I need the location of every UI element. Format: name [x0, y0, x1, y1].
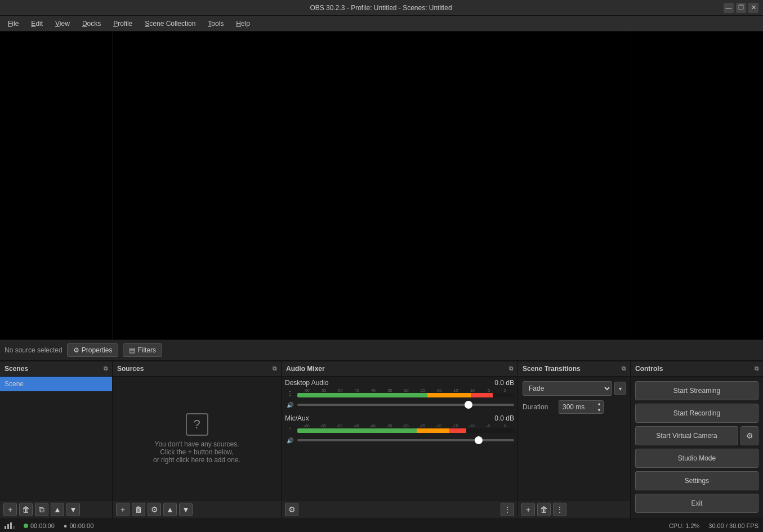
status-bar: 00:00:00 ● 00:00:00 CPU: 1.2% 30.00 / 30… [0, 518, 763, 532]
menu-help[interactable]: Help [230, 17, 256, 30]
scenes-panel-header: Scenes ⧉ [0, 361, 112, 377]
menu-profile[interactable]: Profile [108, 17, 138, 30]
main-area [0, 32, 763, 339]
transition-select[interactable]: Fade [523, 381, 612, 396]
rec-dot: ● [64, 522, 68, 529]
restore-button[interactable]: ❐ [736, 3, 746, 13]
close-button[interactable]: ✕ [748, 3, 758, 13]
menu-view[interactable]: View [50, 17, 75, 30]
start-virtual-camera-button[interactable]: Start Virtual Camera [635, 426, 738, 445]
desktop-audio-menu-icon[interactable]: ⋮ [285, 388, 295, 398]
question-icon: ? [186, 413, 208, 436]
menu-edit[interactable]: Edit [25, 17, 48, 30]
audio-settings-icon[interactable]: ⚙ [285, 503, 298, 516]
transitions-content: Fade ▾ Duration ▲ ▼ [518, 377, 630, 418]
scene-down-button[interactable]: ▼ [66, 503, 80, 516]
sources-panel: Sources ⧉ ? You don't have any sources. … [113, 361, 282, 518]
mic-audio-meter [297, 428, 514, 433]
mic-volume-slider[interactable] [297, 439, 514, 441]
duration-spin-up[interactable]: ▲ [595, 401, 603, 407]
mic-meter-red [449, 428, 467, 433]
desktop-meter-yellow [427, 393, 471, 397]
duration-label: Duration [523, 403, 556, 411]
scenes-panel-title: Scenes [5, 365, 28, 373]
filters-button[interactable]: ▤ Filters [123, 343, 162, 357]
sources-empty-content: ? You don't have any sources. Click the … [113, 377, 281, 500]
desktop-audio-tick-labels: -60 -55 -50 -45 -40 -35 -30 -25 -20 -15 … [297, 388, 514, 392]
scenes-list-empty [0, 391, 112, 500]
start-recording-button[interactable]: Start Recording [635, 404, 758, 423]
sources-panel-header: Sources ⧉ [113, 361, 281, 377]
audio-channel-mic: Mic/Aux 0.0 dB ⋮ -60 -55 -50 -45 -40 -35 [285, 414, 514, 445]
scene-item[interactable]: Scene [0, 377, 112, 391]
source-add-button[interactable]: + [116, 503, 130, 516]
desktop-mute-icon[interactable]: 🔊 [285, 400, 295, 410]
sources-panel-title: Sources [117, 365, 144, 373]
scene-add-button[interactable]: + [3, 503, 17, 516]
transitions-panel-header: Scene Transitions ⧉ [518, 361, 630, 377]
mic-meter-bar [297, 428, 514, 433]
gear-icon: ⚙ [73, 346, 79, 354]
transition-dropdown-arrow[interactable]: ▾ [614, 382, 626, 395]
transitions-dock-icon[interactable]: ⧉ [622, 365, 626, 372]
desktop-audio-db: 0.0 dB [494, 379, 514, 387]
duration-spin-down[interactable]: ▼ [595, 407, 603, 413]
stream-time-status: 00:00:00 [24, 522, 55, 529]
virtual-camera-gear-button[interactable]: ⚙ [740, 426, 758, 445]
source-remove-button[interactable]: 🗑 [132, 503, 145, 516]
sources-panel-footer: + 🗑 ⚙ ▲ ▼ [113, 500, 281, 518]
filter-icon: ▤ [129, 346, 135, 354]
desktop-audio-controls: ⋮ -60 -55 -50 -45 -40 -35 -30 -25 -20 [285, 388, 514, 398]
source-up-button[interactable]: ▲ [163, 503, 177, 516]
controls-panel: Controls ⧉ Start Streaming Start Recordi… [631, 361, 763, 518]
mic-mute-icon[interactable]: 🔊 [285, 435, 295, 445]
transition-remove-button[interactable]: 🗑 [537, 503, 551, 516]
audio-channel-desktop-header: Desktop Audio 0.0 dB [285, 379, 514, 387]
studio-mode-button[interactable]: Studio Mode [635, 449, 758, 468]
stream-time-label: 00:00:00 [30, 522, 55, 529]
scenes-dock-icon[interactable]: ⧉ [104, 365, 108, 372]
sources-dock-icon[interactable]: ⧉ [273, 365, 276, 372]
transition-select-row: Fade ▾ [523, 381, 626, 396]
fps-status: 30.00 / 30.00 FPS [708, 522, 758, 529]
menu-file[interactable]: File [2, 17, 24, 30]
menu-docks[interactable]: Docks [77, 17, 106, 30]
source-settings-button[interactable]: ⚙ [148, 503, 161, 516]
rec-time-label: 00:00:00 [69, 522, 93, 529]
menu-tools[interactable]: Tools [202, 17, 229, 30]
desktop-volume-slider[interactable] [297, 404, 514, 406]
scene-up-button[interactable]: ▲ [51, 503, 64, 516]
scene-filter-button[interactable]: ⧉ [35, 503, 48, 516]
minimize-button[interactable]: — [724, 3, 734, 13]
scenes-panel: Scenes ⧉ Scene + 🗑 ⧉ ▲ ▼ [0, 361, 113, 518]
preview-area [113, 32, 631, 339]
menu-scene-collection[interactable]: Scene Collection [139, 17, 201, 30]
audio-dock-icon[interactable]: ⧉ [509, 365, 513, 372]
duration-input[interactable] [559, 400, 595, 414]
transitions-spacer [518, 418, 630, 500]
mic-audio-tick-labels: -60 -55 -50 -45 -40 -35 -30 -25 -20 -15 … [297, 424, 514, 428]
title-bar: OBS 30.2.3 - Profile: Untitled - Scenes:… [0, 0, 763, 16]
audio-channel-mic-header: Mic/Aux 0.0 dB [285, 414, 514, 422]
start-streaming-button[interactable]: Start Streaming [635, 381, 758, 400]
exit-button[interactable]: Exit [635, 494, 758, 513]
source-down-button[interactable]: ▼ [179, 503, 193, 516]
controls-panel-title: Controls [635, 365, 663, 373]
scene-remove-button[interactable]: 🗑 [19, 503, 33, 516]
menu-bar: File Edit View Docks Profile Scene Colle… [0, 16, 763, 32]
desktop-audio-name: Desktop Audio [285, 379, 328, 387]
desktop-audio-meter-wrapper: -60 -55 -50 -45 -40 -35 -30 -25 -20 -15 … [297, 388, 514, 397]
transition-add-button[interactable]: + [521, 503, 535, 516]
virtual-camera-row: Start Virtual Camera ⚙ [635, 426, 758, 445]
bottom-panels: Scenes ⧉ Scene + 🗑 ⧉ ▲ ▼ Sources ⧉ ? You… [0, 361, 763, 518]
settings-button[interactable]: Settings [635, 471, 758, 490]
mic-audio-menu-icon[interactable]: ⋮ [285, 423, 295, 433]
transition-more-button[interactable]: ⋮ [553, 503, 566, 516]
left-preview-area [0, 32, 112, 339]
properties-button[interactable]: ⚙ Properties [67, 343, 119, 357]
mic-audio-name: Mic/Aux [285, 414, 309, 422]
mic-meter-green [297, 428, 417, 433]
controls-dock-icon[interactable]: ⧉ [755, 365, 758, 372]
video-preview [113, 32, 631, 339]
audio-more-icon[interactable]: ⋮ [501, 503, 514, 516]
